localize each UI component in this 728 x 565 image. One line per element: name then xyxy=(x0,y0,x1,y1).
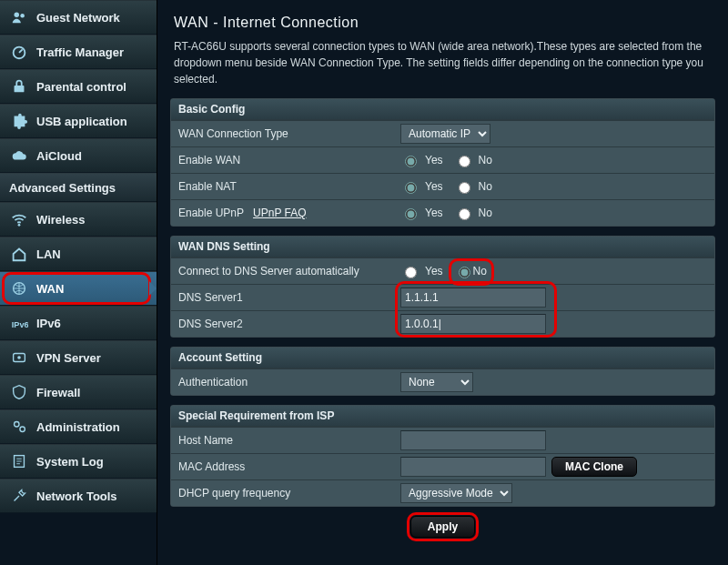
advanced-settings-header: Advanced Settings xyxy=(0,173,157,202)
svg-text:IPv6: IPv6 xyxy=(12,320,28,329)
sidebar-item-label: WAN xyxy=(36,282,64,296)
upnp-faq-link[interactable]: UPnP FAQ xyxy=(253,207,306,219)
log-icon xyxy=(9,451,29,471)
sidebar-item-label: Guest Network xyxy=(36,11,120,25)
svg-point-0 xyxy=(15,13,19,17)
lock-icon xyxy=(9,76,29,96)
gauge-icon xyxy=(9,42,29,62)
sidebar-item-traffic-manager[interactable]: Traffic Manager xyxy=(0,35,157,69)
puzzle-icon xyxy=(9,111,29,131)
enable-wan-no-radio[interactable] xyxy=(459,156,470,167)
sidebar-item-label: Firewall xyxy=(36,386,80,399)
dns-auto-label: Connect to DNS Server automatically xyxy=(171,261,395,281)
enable-upnp-no-radio[interactable] xyxy=(459,208,470,220)
authentication-select[interactable]: None xyxy=(400,372,473,392)
dhcp-freq-label: DHCP query frequency xyxy=(171,483,395,503)
sidebar-item-aicloud[interactable]: AiCloud xyxy=(0,138,157,173)
dns1-label: DNS Server1 xyxy=(171,288,395,308)
sidebar-item-label: System Log xyxy=(36,455,104,469)
sidebar-item-vpn-server[interactable]: VPN Server xyxy=(0,340,157,375)
ipv6-icon: IPv6 xyxy=(9,313,29,333)
host-name-input[interactable] xyxy=(400,430,546,450)
vpn-icon xyxy=(9,348,29,368)
wan-dns-panel: WAN DNS Setting Connect to DNS Server au… xyxy=(170,236,715,338)
home-icon xyxy=(9,244,29,264)
cloud-icon xyxy=(9,146,29,166)
isp-header: Special Requirement from ISP xyxy=(171,406,714,427)
sidebar-item-administration[interactable]: Administration xyxy=(0,409,157,444)
highlight-no-radio xyxy=(449,258,494,286)
svg-point-9 xyxy=(15,422,19,427)
host-name-label: Host Name xyxy=(171,430,395,450)
sidebar-item-guest-network[interactable]: Guest Network xyxy=(0,0,157,35)
authentication-label: Authentication xyxy=(171,372,395,392)
sidebar: Guest NetworkTraffic ManagerParental con… xyxy=(0,0,157,565)
mac-address-input[interactable] xyxy=(400,457,546,477)
basic-config-header: Basic Config xyxy=(171,99,714,120)
mac-clone-button[interactable]: MAC Clone xyxy=(551,457,637,477)
apply-button[interactable]: Apply xyxy=(410,516,475,538)
enable-upnp-label: Enable UPnPUPnP FAQ xyxy=(171,203,395,223)
sidebar-item-wireless[interactable]: Wireless xyxy=(0,202,157,237)
mac-address-label: MAC Address xyxy=(171,457,395,477)
gears-icon xyxy=(9,417,29,437)
enable-wan-yes-radio[interactable] xyxy=(405,156,417,167)
sidebar-item-label: LAN xyxy=(36,247,61,261)
sidebar-item-firewall[interactable]: Firewall xyxy=(0,375,157,409)
page-title: WAN - Internet Connection xyxy=(174,15,715,31)
dns-auto-no-radio[interactable] xyxy=(459,267,470,278)
svg-point-10 xyxy=(20,427,25,431)
svg-point-4 xyxy=(18,224,21,227)
svg-rect-3 xyxy=(15,86,25,92)
svg-point-8 xyxy=(17,356,21,359)
sidebar-item-label: Wireless xyxy=(36,213,85,227)
sidebar-item-label: Parental control xyxy=(36,80,126,94)
sidebar-item-label: USB application xyxy=(36,115,127,128)
sidebar-item-label: AiCloud xyxy=(36,149,82,163)
sidebar-item-system-log[interactable]: System Log xyxy=(0,444,157,479)
main-content: WAN - Internet Connection RT-AC66U suppo… xyxy=(157,0,728,565)
shield-icon xyxy=(9,382,29,402)
dns1-input[interactable] xyxy=(400,288,546,308)
sidebar-item-label: Network Tools xyxy=(36,489,117,503)
sidebar-item-wan[interactable]: WAN xyxy=(0,271,157,306)
sidebar-item-lan[interactable]: LAN xyxy=(0,237,157,271)
wan-dns-header: WAN DNS Setting xyxy=(171,237,714,257)
sidebar-item-ipv6[interactable]: IPv6IPv6 xyxy=(0,306,157,340)
svg-point-1 xyxy=(20,14,25,18)
globe-icon xyxy=(9,278,29,298)
enable-wan-label: Enable WAN xyxy=(171,150,395,170)
dns2-label: DNS Server2 xyxy=(171,314,395,334)
sidebar-item-network-tools[interactable]: Network Tools xyxy=(0,479,157,513)
sidebar-item-parental-control[interactable]: Parental control xyxy=(0,69,157,104)
enable-nat-yes-radio[interactable] xyxy=(405,182,417,194)
dhcp-freq-select[interactable]: Aggressive Mode xyxy=(400,483,512,503)
dns-auto-yes-radio[interactable] xyxy=(405,267,417,278)
sidebar-item-label: VPN Server xyxy=(36,351,101,365)
page-description: RT-AC66U supports several connection typ… xyxy=(174,38,712,87)
account-header: Account Setting xyxy=(171,348,714,368)
account-panel: Account Setting Authentication None xyxy=(170,347,715,396)
wan-connection-type-label: WAN Connection Type xyxy=(171,124,395,144)
sidebar-item-label: Administration xyxy=(36,420,120,434)
isp-panel: Special Requirement from ISP Host Name M… xyxy=(170,405,715,507)
tools-icon xyxy=(9,486,29,506)
dns2-input[interactable] xyxy=(400,314,546,334)
wan-connection-type-select[interactable]: Automatic IP xyxy=(400,124,490,144)
enable-upnp-yes-radio[interactable] xyxy=(405,208,417,220)
enable-nat-label: Enable NAT xyxy=(171,177,395,197)
sidebar-item-usb-application[interactable]: USB application xyxy=(0,104,157,138)
enable-nat-no-radio[interactable] xyxy=(459,182,470,194)
sidebar-item-label: Traffic Manager xyxy=(36,45,124,59)
sidebar-item-label: IPv6 xyxy=(36,317,61,330)
wifi-icon xyxy=(9,209,29,229)
svg-point-2 xyxy=(14,47,25,59)
users-icon xyxy=(9,7,29,27)
basic-config-panel: Basic Config WAN Connection Type Automat… xyxy=(170,98,715,227)
